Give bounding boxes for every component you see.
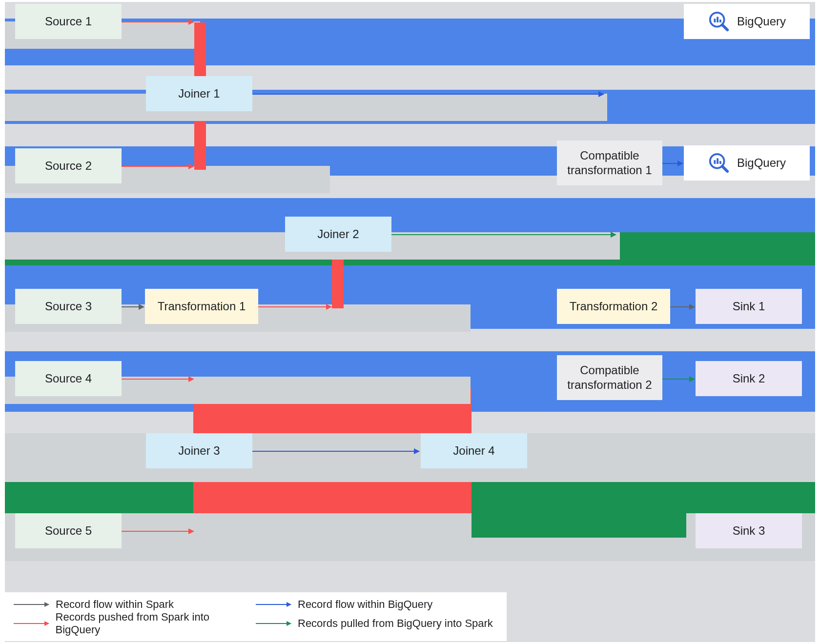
arrow-joiner2-out (391, 234, 616, 235)
arrow-source5-out (122, 531, 194, 532)
arrow-compat1-to-bq (662, 163, 683, 164)
svg-line-1 (722, 25, 728, 30)
flow-gray-band-7 (5, 433, 815, 482)
svg-rect-4 (719, 20, 721, 22)
node-joiner-3: Joiner 3 (146, 433, 252, 468)
arrow-joiner3-to-joiner4 (252, 451, 419, 452)
legend-label: Records pulled from BigQuery into Spark (298, 617, 493, 630)
node-sink-2: Sink 2 (696, 361, 802, 396)
label: Source 5 (45, 524, 92, 538)
arrow-trans2-to-sink1 (670, 306, 695, 307)
arrow-source2-out (122, 166, 194, 167)
label: Sink 3 (733, 524, 765, 538)
red-conn-src2-joiner1 (194, 121, 206, 170)
arrow-icon (14, 604, 49, 605)
label: Compatible transformation 2 (567, 363, 652, 392)
arrow-icon (256, 623, 291, 624)
svg-rect-3 (717, 17, 718, 22)
label: Sink 2 (733, 372, 765, 385)
label: BigQuery (737, 15, 786, 28)
node-sink-3: Sink 3 (696, 513, 802, 548)
node-source-1: Source 1 (15, 4, 122, 39)
node-sink-1: Sink 1 (696, 289, 802, 324)
label: Sink 1 (733, 300, 765, 313)
legend-label: Record flow within BigQuery (298, 598, 432, 611)
svg-rect-8 (717, 158, 718, 164)
node-compatible-transformation-1: Compatible transformation 1 (557, 141, 662, 185)
red-conn-trans1-joiner2 (332, 260, 344, 308)
node-transformation-1: Transformation 1 (145, 289, 258, 324)
flow-gray-band-8 (5, 513, 815, 561)
legend-item-pull: Records pulled from BigQuery into Spark (256, 617, 498, 630)
legend: Record flow within Spark Record flow wit… (5, 592, 507, 641)
label: Joiner 4 (453, 444, 494, 458)
node-bigquery-2: BigQuery (684, 145, 810, 181)
label: Source 4 (45, 372, 92, 385)
arrow-icon (256, 604, 291, 605)
svg-rect-7 (714, 160, 716, 164)
label: Transformation 1 (158, 300, 246, 313)
arrow-source3-to-trans1 (122, 306, 144, 307)
label: Source 2 (45, 159, 92, 173)
legend-item-push: Records pushed from Spark into BigQuery (14, 611, 256, 636)
label: Joiner 2 (317, 227, 359, 241)
node-bigquery-1: BigQuery (684, 4, 810, 39)
flow-blue-band-4 (5, 198, 815, 232)
band-joiner1-ext (5, 94, 607, 121)
label: Source 3 (45, 300, 92, 313)
node-transformation-2: Transformation 2 (557, 289, 670, 324)
arrow-source4-out (122, 379, 194, 380)
legend-item-spark: Record flow within Spark (14, 598, 256, 611)
node-joiner-4: Joiner 4 (421, 433, 527, 468)
flow-green-band-3 (472, 513, 686, 538)
svg-rect-2 (714, 19, 716, 22)
node-source-4: Source 4 (15, 361, 122, 396)
label: Joiner 3 (178, 444, 220, 458)
label: Joiner 1 (178, 87, 220, 101)
node-compatible-transformation-2: Compatible transformation 2 (557, 355, 662, 400)
label: Source 1 (45, 15, 92, 28)
arrow-joiner1-out (252, 94, 604, 95)
node-joiner-1: Joiner 1 (146, 76, 252, 111)
label: Transformation 2 (570, 300, 658, 313)
arrow-trans1-out (258, 306, 331, 307)
node-joiner-2: Joiner 2 (285, 217, 391, 252)
label: BigQuery (737, 156, 786, 170)
node-source-5: Source 5 (15, 513, 122, 548)
svg-line-6 (722, 166, 728, 172)
node-source-3: Source 3 (15, 289, 122, 324)
arrow-icon (14, 623, 49, 624)
label: Compatible transformation 1 (567, 148, 652, 178)
arrow-source1-out (122, 21, 194, 22)
node-source-2: Source 2 (15, 148, 122, 183)
arrow-compat2-to-sink2 (662, 379, 695, 380)
legend-label: Records pushed from Spark into BigQuery (56, 611, 256, 636)
diagram-canvas: Source 1 BigQuery Joiner 1 Source 2 Comp… (5, 2, 815, 642)
svg-rect-9 (719, 161, 721, 164)
bigquery-icon (708, 10, 730, 33)
bigquery-icon (708, 152, 730, 174)
legend-label: Record flow within Spark (56, 598, 174, 611)
legend-item-bigquery: Record flow within BigQuery (256, 598, 498, 611)
